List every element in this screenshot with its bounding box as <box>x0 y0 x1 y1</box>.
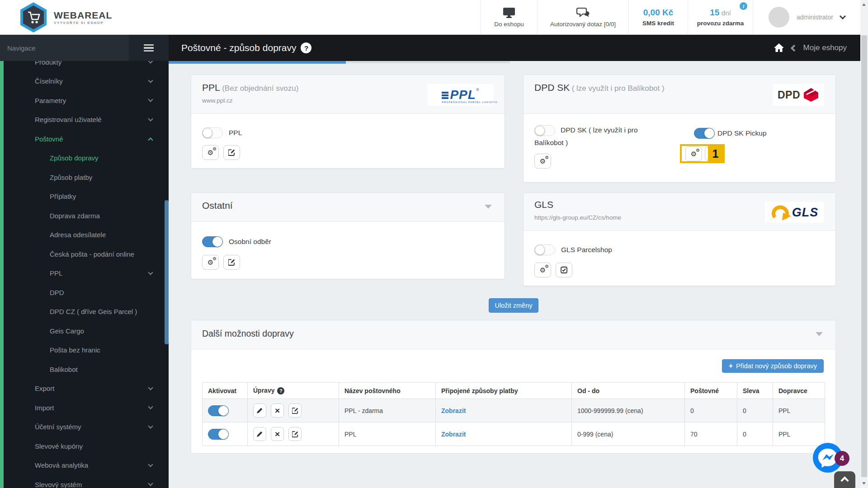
go-to-eshop-button[interactable]: Do eshopu <box>481 0 537 34</box>
sidebar-item-ceska-posta[interactable]: Česká pošta - podání online <box>0 244 169 264</box>
page-titlebar: Poštovné - způsob dopravy ? Moje eshopy <box>169 35 860 61</box>
sidebar-item-slevovy-system[interactable]: Slevový systém <box>0 475 169 488</box>
dpd-sk-settings-button[interactable]: ⚙⚙ <box>534 154 551 169</box>
chevron-down-icon <box>148 78 153 83</box>
info-icon[interactable]: i <box>740 2 747 10</box>
home-icon[interactable] <box>773 42 785 53</box>
ppl-toggle[interactable] <box>202 127 223 138</box>
ppl-card-link[interactable]: www.ppl.cz <box>202 97 233 104</box>
row-name: PPL - zdarma <box>339 399 436 422</box>
sidebar-item-adresa-odesilatele[interactable]: Adresa odesílatele <box>0 225 169 245</box>
sidebar-item-balikobot[interactable]: Balikobot <box>0 360 169 379</box>
webareal-hexagon-cart-icon <box>19 2 48 33</box>
breadcrumb[interactable]: Moje eshopy <box>803 43 847 52</box>
trial-days-cell[interactable]: i 15 dní provozu zdarma <box>688 0 753 34</box>
scroll-to-top-button[interactable] <box>834 471 855 488</box>
help-icon[interactable]: ? <box>301 42 311 53</box>
chat-bubbles-icon <box>576 7 590 19</box>
dpd-sk-pickup-settings-button[interactable]: ⚙⚙ <box>685 146 702 161</box>
row-active-toggle[interactable] <box>208 429 229 440</box>
scrollbar-up-arrow[interactable] <box>862 3 866 6</box>
chevron-down-icon <box>148 385 153 390</box>
show-payments-link[interactable]: Zobrazit <box>441 431 466 438</box>
col-od-do: Od - do <box>572 383 685 399</box>
messenger-chat-button[interactable]: 4 <box>813 443 843 473</box>
sidebar-item-ciselniky[interactable]: Číselníky <box>0 72 169 91</box>
ostatni-edit-button[interactable] <box>223 255 240 270</box>
ppl-toggle-label: PPL <box>229 129 242 137</box>
row-edit-button[interactable] <box>253 427 266 441</box>
save-changes-button[interactable]: Uložit změny <box>489 298 538 313</box>
gears-icon: ⚙⚙ <box>540 158 546 164</box>
table-row: × PPL Zobrazit 0-999 (cena) 70 0 PPL <box>203 422 825 446</box>
scrollbar-thumb[interactable] <box>861 35 867 477</box>
sidebar-item-dpd-cz[interactable]: DPD CZ ( dříve Geis Parcel ) <box>0 302 169 322</box>
row-carrier: PPL <box>773 399 825 422</box>
sidebar-item-webova-analytika[interactable]: Webová analytika <box>0 456 169 475</box>
dpd-sk-pickup-toggle[interactable] <box>694 128 715 139</box>
page-title: Poštovné - způsob dopravy <box>181 42 296 53</box>
gls-settings-button[interactable]: ⚙⚙ <box>534 263 551 277</box>
sidebar-item-registrovani-uzivatele[interactable]: Registrovaní uživatelé <box>0 110 169 130</box>
sidebar-item-dpd[interactable]: DPD <box>0 283 169 302</box>
chevron-down-icon <box>148 404 153 409</box>
sidebar-item-produkty[interactable]: Produkty <box>0 61 169 72</box>
navigation-search-input[interactable] <box>0 35 129 61</box>
annotation-highlight-box: ⚙⚙ 1 <box>680 144 725 163</box>
more-shipping-header: Další možnosti dopravy <box>191 320 835 349</box>
trial-days-unit: dní <box>722 9 731 17</box>
row-discount: 0 <box>737 399 773 422</box>
dpd-sk-toggle[interactable] <box>534 125 555 136</box>
row-rename-button[interactable] <box>288 427 302 441</box>
sidebar-item-geis-cargo[interactable]: Geis Cargo <box>0 321 169 341</box>
chevron-left-icon[interactable] <box>790 44 797 52</box>
sidebar-item-priplatky[interactable]: Příplatky <box>0 187 169 206</box>
sidebar-collapse-cell[interactable] <box>129 35 169 61</box>
authorized-query-button[interactable]: Autorizovaný dotaz [0/0] <box>537 0 628 34</box>
sidebar-item-slevove-kupony[interactable]: Slevové kupóny <box>0 436 169 456</box>
sidebar-item-zpusob-dopravy[interactable]: Způsob dopravy <box>0 149 169 168</box>
ostatni-settings-button[interactable]: ⚙⚙ <box>202 255 219 270</box>
sidebar-item-zpusob-platby[interactable]: Způsob platby <box>0 168 169 187</box>
row-discount: 0 <box>737 422 773 446</box>
sms-credit-cell[interactable]: 0,00 Kč SMS kredit <box>628 0 688 34</box>
sidebar-item-parametry[interactable]: Parametry <box>0 91 169 110</box>
sidebar-item-posta-bez-hranic[interactable]: Pošta bez hranic <box>0 341 169 360</box>
edit-icon <box>228 149 235 156</box>
help-icon[interactable]: ? <box>277 387 284 394</box>
sidebar-item-doprava-zdarma[interactable]: Doprava zdarma <box>0 206 169 225</box>
gls-card-link[interactable]: https://gls-group.eu/CZ/cs/home <box>534 214 621 221</box>
go-to-eshop-label: Do eshopu <box>494 21 524 28</box>
page-scrollbar[interactable] <box>860 0 868 488</box>
row-active-toggle[interactable] <box>208 405 229 416</box>
row-rename-button[interactable] <box>288 404 302 418</box>
row-edit-button[interactable] <box>253 404 266 418</box>
webareal-logo[interactable]: WEBAREAL VYTVOŘTE SI ESHOP <box>19 2 112 33</box>
sidebar-item-ucetni-systemy[interactable]: Účetní systémy <box>0 418 169 437</box>
gls-check-button[interactable] <box>556 263 572 277</box>
row-name: PPL <box>339 422 436 446</box>
sidebar-item-import[interactable]: Import <box>0 398 169 418</box>
scrollbar-down-arrow[interactable] <box>862 482 866 485</box>
sidebar-item-postovne[interactable]: Poštovné <box>0 129 169 149</box>
chevron-down-icon <box>148 97 153 102</box>
collapse-caret-icon[interactable] <box>816 332 823 336</box>
ppl-edit-button[interactable] <box>223 145 240 160</box>
ppl-card-header: PPL (Bez objednání svozu) www.ppl.cz PPL… <box>191 75 505 114</box>
user-menu[interactable]: administrator <box>753 0 860 34</box>
sidebar-scrollbar-thumb[interactable] <box>165 200 169 344</box>
ppl-settings-button[interactable]: ⚙⚙ <box>202 145 219 160</box>
sidebar-item-export[interactable]: Export <box>0 379 169 399</box>
add-shipping-method-button[interactable]: + Přidat nový způsob dopravy <box>722 359 824 373</box>
show-payments-link[interactable]: Zobrazit <box>441 407 466 414</box>
collapse-caret-icon[interactable] <box>485 205 492 209</box>
gls-parcelshop-toggle[interactable] <box>534 244 555 255</box>
row-delete-button[interactable]: × <box>271 427 284 441</box>
sidebar-item-ppl[interactable]: PPL <box>0 264 169 283</box>
osobni-odber-toggle[interactable] <box>202 236 223 247</box>
titlebar-breadcrumb-area: Moje eshopy <box>773 42 847 53</box>
partially-hidden-button[interactable] <box>705 147 708 161</box>
row-delete-button[interactable]: × <box>271 404 284 418</box>
top-header: WEBAREAL VYTVOŘTE SI ESHOP Do eshopu Aut… <box>0 0 860 35</box>
avatar <box>769 7 789 28</box>
